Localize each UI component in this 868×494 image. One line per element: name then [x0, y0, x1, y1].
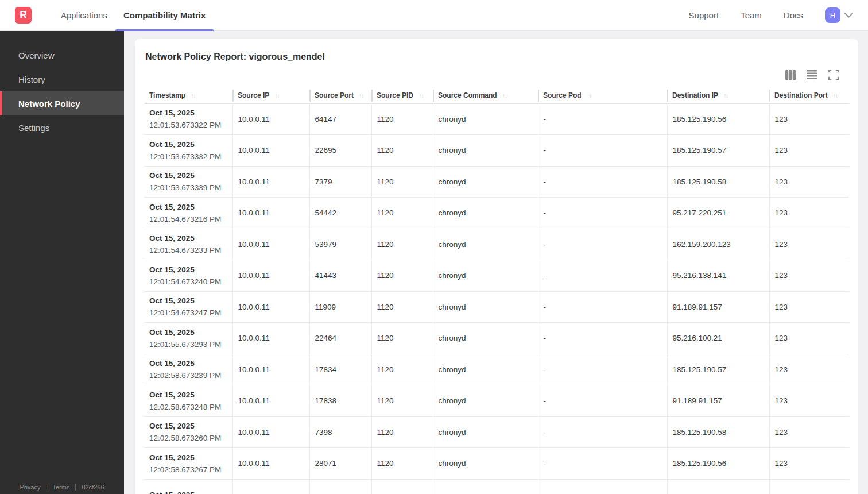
timestamp-time: 12:01:55.673293 PM: [149, 338, 232, 350]
cell-source-pod: -: [538, 291, 667, 323]
cell-source-pod: -: [538, 416, 667, 448]
privacy-link[interactable]: Privacy: [20, 484, 40, 491]
sidebar-item-settings[interactable]: Settings: [0, 115, 124, 140]
cell-destination-ip: 95.216.138.141: [667, 260, 769, 292]
logo-letter: R: [20, 9, 27, 21]
cell-timestamp: Oct 15, 202512:02:58.673267 PM: [144, 448, 232, 480]
support-link[interactable]: Support: [689, 10, 719, 20]
cell-source-ip: 10.0.0.11: [232, 198, 309, 229]
cell-destination-port: 123: [769, 354, 849, 385]
app-logo[interactable]: R: [15, 7, 32, 24]
cell-source-command: chronyd: [433, 229, 538, 260]
sort-icon[interactable]: ↑↓: [359, 92, 363, 99]
cell-source-command: chronyd: [433, 135, 538, 167]
timestamp-time: 12:01:53.673339 PM: [149, 182, 232, 194]
sort-icon[interactable]: ↑↓: [587, 92, 591, 99]
cell-source-port: 64147: [309, 103, 371, 135]
column-header-timestamp[interactable]: Timestamp ↑↓: [144, 88, 232, 103]
rows-view-button[interactable]: [807, 70, 817, 81]
cell-source-pid: 1120: [371, 198, 433, 229]
column-header-source-ip[interactable]: Source IP ↑↓: [232, 88, 309, 103]
column-header-source-pid[interactable]: Source PID ↑↓: [371, 88, 433, 103]
sidebar-item-overview[interactable]: Overview: [0, 43, 124, 67]
column-header-source-command[interactable]: Source Command ↑↓: [433, 88, 538, 103]
timestamp-date: Oct 15, 2025: [149, 326, 232, 338]
cell-source-port: 17834: [309, 354, 371, 385]
cell-source-ip: 10.0.0.11: [232, 166, 309, 198]
cell-destination-port: [769, 479, 849, 494]
cell-source-port: 41443: [309, 260, 371, 292]
team-link[interactable]: Team: [741, 10, 762, 20]
cell-timestamp: Oct 15, 202512:01:54.673233 PM: [144, 229, 232, 260]
cell-source-command: chronyd: [433, 323, 538, 354]
cell-destination-ip: 95.217.220.251: [667, 198, 769, 229]
cell-destination-ip: [667, 479, 769, 494]
cell-source-pod: -: [538, 166, 667, 198]
cell-destination-port: 123: [769, 103, 849, 135]
tab-compatibility-matrix[interactable]: Compatibility Matrix: [115, 0, 214, 31]
cell-source-ip: 10.0.0.11: [232, 416, 309, 448]
sidebar-footer: Privacy Terms 02cf266: [0, 484, 124, 491]
timestamp-date: Oct 15, 2025: [149, 138, 232, 150]
columns-view-button[interactable]: [785, 70, 796, 82]
cell-destination-port: 123: [769, 198, 849, 229]
sort-icon[interactable]: ↑↓: [502, 92, 507, 99]
cell-source-command: chronyd: [433, 166, 538, 198]
column-header-source-port[interactable]: Source Port ↑↓: [309, 88, 371, 103]
sort-icon[interactable]: ↑↓: [418, 92, 423, 99]
cell-source-command: chronyd: [433, 291, 538, 323]
columns-icon: [785, 70, 796, 82]
cell-timestamp: Oct 15, 2025: [144, 479, 232, 494]
timestamp-time: 12:02:58.673267 PM: [149, 464, 232, 476]
cell-source-pod: -: [538, 385, 667, 417]
cell-source-port: 17838: [309, 385, 371, 417]
timestamp-time: 12:02:58.673260 PM: [149, 432, 232, 444]
cell-source-pid: 1120: [371, 416, 433, 448]
cell-source-pid: 1120: [371, 135, 433, 167]
table-row: Oct 15, 202512:02:58.673248 PM10.0.0.111…: [144, 385, 849, 417]
sidebar-item-network-policy[interactable]: Network Policy: [0, 91, 124, 115]
main-content: Network Policy Report: vigorous_mendel: [124, 31, 868, 494]
user-avatar[interactable]: H: [825, 7, 840, 23]
cell-source-pid: 1120: [371, 260, 433, 292]
cell-source-pid: 1120: [371, 166, 433, 198]
avatar-initial: H: [830, 11, 835, 20]
sort-icon[interactable]: ↑↓: [191, 92, 195, 99]
cell-destination-ip: 185.125.190.57: [667, 354, 769, 385]
timestamp-date: Oct 15, 2025: [149, 295, 232, 307]
tab-applications[interactable]: Applications: [53, 0, 115, 31]
cell-source-pod: -: [538, 198, 667, 229]
docs-link[interactable]: Docs: [784, 10, 803, 20]
cell-source-ip: 10.0.0.11: [232, 260, 309, 292]
cell-source-ip: 10.0.0.11: [232, 354, 309, 385]
cell-source-pid: [371, 479, 433, 494]
build-id: 02cf266: [82, 484, 104, 491]
cell-timestamp: Oct 15, 202512:02:58.673248 PM: [144, 385, 232, 417]
column-header-source-pod[interactable]: Source Pod ↑↓: [538, 88, 667, 103]
column-header-destination-ip[interactable]: Destination IP ↑↓: [667, 88, 769, 103]
column-header-destination-port[interactable]: Destination Port ↑↓: [769, 88, 849, 103]
fullscreen-button[interactable]: [828, 70, 839, 82]
sort-icon[interactable]: ↑↓: [723, 92, 728, 99]
table-row: Oct 15, 202512:01:53.673322 PM10.0.0.116…: [144, 103, 849, 135]
timestamp-time: 12:01:54.673240 PM: [149, 276, 232, 288]
sidebar-item-history[interactable]: History: [0, 67, 124, 91]
timestamp-time: 12:01:54.673233 PM: [149, 244, 232, 256]
cell-timestamp: Oct 15, 202512:01:53.673332 PM: [144, 135, 232, 167]
view-toolbar: [135, 62, 858, 81]
cell-source-command: chronyd: [433, 385, 538, 417]
terms-link[interactable]: Terms: [52, 484, 69, 491]
chevron-down-icon[interactable]: [844, 13, 853, 18]
cell-destination-port: 123: [769, 166, 849, 198]
cell-destination-port: 123: [769, 260, 849, 292]
table-row: Oct 15, 202512:01:54.673216 PM10.0.0.115…: [144, 198, 849, 229]
cell-source-pod: -: [538, 260, 667, 292]
sort-icon[interactable]: ↑↓: [833, 92, 838, 99]
cell-destination-port: 123: [769, 323, 849, 354]
timestamp-time: 12:01:53.673332 PM: [149, 150, 232, 163]
cell-destination-ip: 185.125.190.57: [667, 135, 769, 167]
cell-destination-ip: 185.125.190.58: [667, 166, 769, 198]
table-row: Oct 15, 202512:02:58.673239 PM10.0.0.111…: [144, 354, 849, 385]
sort-icon[interactable]: ↑↓: [274, 92, 279, 99]
cell-source-port: [309, 479, 371, 494]
